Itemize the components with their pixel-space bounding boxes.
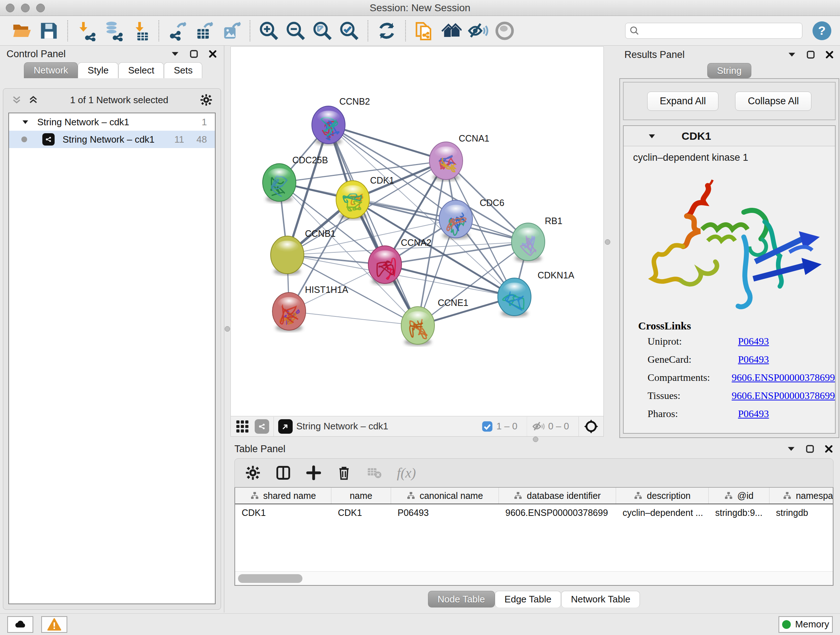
warning-status-button[interactable]	[41, 616, 67, 633]
table-hscrollbar[interactable]	[235, 571, 833, 585]
network-node-CCNE1[interactable]	[401, 307, 434, 346]
selected-nodes-checkbox-icon[interactable]	[481, 420, 493, 432]
disclosure-triangle-icon[interactable]	[21, 118, 29, 126]
tab-edge-table[interactable]: Edge Table	[495, 591, 561, 608]
import-network-file-button[interactable]	[76, 20, 97, 41]
help-button[interactable]: ?	[813, 21, 831, 40]
table-cell[interactable]: stringdb:9...	[709, 504, 769, 521]
table-row[interactable]: CDK1CDK1P064939606.ENSP00000378699cyclin…	[235, 504, 833, 521]
left-splitter-handle[interactable]	[225, 326, 230, 332]
network-edge-CCNA2-CDKN1A[interactable]	[385, 264, 515, 297]
column-header-name[interactable]: name	[332, 488, 391, 504]
tab-style[interactable]: Style	[78, 62, 118, 78]
import-network-database-button[interactable]	[103, 20, 124, 41]
memory-button[interactable]: Memory	[778, 616, 833, 633]
column-header--id[interactable]: @id	[709, 488, 769, 504]
network-edge-CCNB2-CCNA1[interactable]	[328, 125, 446, 161]
fit-content-crosshair-icon[interactable]	[583, 418, 599, 434]
entry-disclosure-icon[interactable]	[647, 132, 656, 141]
column-header-database-identifier[interactable]: database identifier	[499, 488, 616, 504]
expand-all-button[interactable]: Expand All	[647, 92, 719, 111]
network-node-RB1[interactable]	[512, 223, 545, 262]
zoom-fit-button[interactable]	[312, 20, 333, 41]
crosslink-link[interactable]: P06493	[738, 336, 769, 347]
column-header-shared-name[interactable]: shared name	[235, 488, 332, 504]
network-edge-CCNB2-CCNE1[interactable]	[328, 125, 418, 325]
column-header-canonical-name[interactable]: canonical name	[391, 488, 499, 504]
network-edge-HIST1H1A-CCNE1[interactable]	[289, 311, 418, 325]
network-share-view-icon[interactable]	[255, 419, 269, 434]
show-columns-icon[interactable]	[275, 465, 291, 481]
scrollbar-thumb[interactable]	[238, 574, 302, 583]
network-view-canvas[interactable]: CCNB2CCNA1CDC25BCDK1CDC6RB1CCNB1CCNA2CDK…	[231, 46, 604, 416]
close-panel-icon[interactable]	[208, 49, 218, 59]
tab-network-table[interactable]: Network Table	[561, 591, 640, 608]
tab-string[interactable]: String	[707, 63, 752, 78]
crosslink-link[interactable]: P06493	[738, 354, 769, 365]
table-cell[interactable]: P06493	[391, 504, 499, 521]
birdseye-view-icon[interactable]	[278, 419, 293, 434]
network-node-CCNB1[interactable]	[271, 236, 304, 275]
table-cell[interactable]: CDK1	[332, 504, 391, 521]
clone-network-button[interactable]	[414, 20, 435, 41]
network-node-label-CDKN1A: CDKN1A	[538, 270, 575, 280]
expand-all-networks-icon[interactable]	[28, 95, 39, 105]
close-panel-icon[interactable]	[824, 444, 834, 454]
tab-sets[interactable]: Sets	[164, 62, 202, 78]
collapse-panel-icon[interactable]	[171, 49, 180, 59]
crosslink-link[interactable]: 9606.ENSP00000378699	[732, 372, 835, 383]
network-node-CDKN1A[interactable]	[498, 278, 531, 317]
close-panel-icon[interactable]	[825, 50, 834, 59]
column-header-namespace[interactable]: namespace	[769, 488, 834, 504]
network-row[interactable]: String Network – cdk1 11 48	[9, 131, 215, 148]
crosslink-link[interactable]: 9606.ENSP00000378699	[732, 390, 835, 402]
column-type-network-icon	[514, 491, 523, 500]
right-splitter-handle[interactable]	[605, 239, 610, 245]
collapse-all-button[interactable]: Collapse All	[735, 92, 812, 111]
delete-column-trash-icon[interactable]	[336, 465, 352, 481]
table-cell[interactable]: cyclin–dependent ...	[616, 504, 709, 521]
network-node-CCNA1[interactable]	[429, 142, 463, 181]
crosslink-link[interactable]: P06493	[738, 408, 769, 420]
search-field[interactable]	[640, 26, 792, 36]
table-cell[interactable]: stringdb	[769, 504, 834, 521]
create-column-plus-icon[interactable]	[306, 465, 322, 481]
export-network-button[interactable]	[167, 20, 188, 41]
table-cell[interactable]: CDK1	[235, 504, 332, 521]
float-panel-icon[interactable]	[189, 49, 199, 59]
tab-network[interactable]: Network	[24, 62, 78, 78]
column-header-description[interactable]: description	[616, 488, 709, 504]
birdseye-toggle-button[interactable]	[494, 20, 515, 41]
collapse-panel-icon[interactable]	[787, 50, 797, 59]
open-file-button[interactable]	[11, 20, 33, 41]
network-collection-row[interactable]: String Network – cdk1 1	[9, 113, 215, 131]
table-options-gear-icon[interactable]	[245, 465, 261, 481]
float-panel-icon[interactable]	[806, 50, 815, 59]
network-graph[interactable]: CCNB2CCNA1CDC25BCDK1CDC6RB1CCNB1CCNA2CDK…	[231, 47, 603, 416]
entry-header[interactable]: CDK1	[624, 126, 835, 146]
save-session-button[interactable]	[38, 20, 59, 41]
network-node-HIST1H1A[interactable]	[272, 293, 306, 332]
show-all-panels-button[interactable]	[441, 20, 462, 41]
tab-select[interactable]: Select	[118, 62, 164, 78]
zoom-out-button[interactable]	[285, 20, 306, 41]
export-table-button[interactable]	[194, 20, 215, 41]
import-table-button[interactable]	[129, 20, 150, 41]
hidden-elements-icon[interactable]	[531, 420, 545, 433]
collapse-all-networks-icon[interactable]	[11, 95, 22, 105]
cloud-status-button[interactable]	[7, 616, 33, 633]
hide-panels-button[interactable]	[467, 20, 488, 41]
export-image-button[interactable]	[221, 20, 242, 41]
float-panel-icon[interactable]	[805, 444, 815, 454]
zoom-selected-button[interactable]	[339, 20, 360, 41]
collapse-panel-icon[interactable]	[786, 444, 796, 454]
tab-node-table[interactable]: Node Table	[428, 591, 495, 608]
refresh-button[interactable]	[376, 20, 397, 41]
network-options-gear-icon[interactable]	[200, 93, 213, 106]
search-input[interactable]	[625, 23, 802, 39]
grid-view-icon[interactable]	[235, 419, 249, 434]
network-node-CDC25B[interactable]	[263, 164, 296, 203]
toolbar-separator	[249, 20, 250, 41]
zoom-in-button[interactable]	[258, 20, 279, 41]
table-cell[interactable]: 9606.ENSP00000378699	[499, 504, 616, 521]
